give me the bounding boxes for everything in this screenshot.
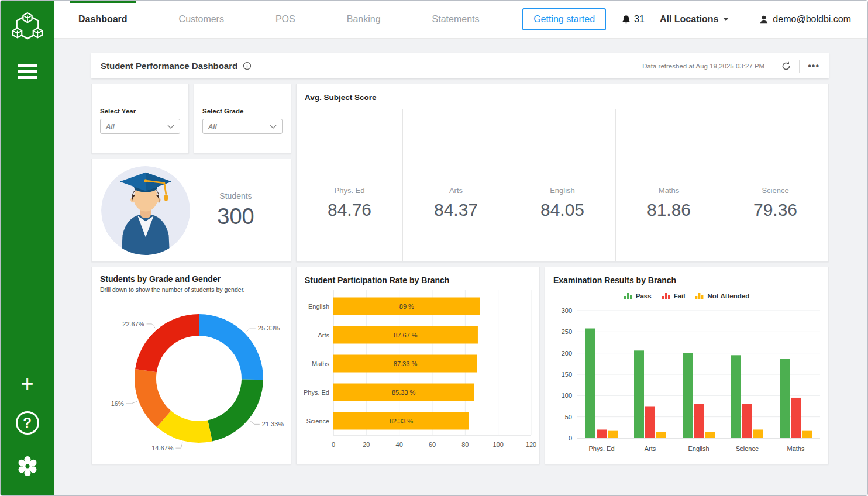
grade-dropdown-value: All <box>208 123 217 130</box>
notification-count: 31 <box>634 14 645 25</box>
refresh-icon[interactable] <box>781 61 791 71</box>
more-options-icon[interactable]: ••• <box>808 61 819 71</box>
info-icon[interactable] <box>243 61 252 70</box>
legend-item[interactable]: Not Attended <box>695 292 749 299</box>
legend-item[interactable]: Fail <box>662 292 686 299</box>
user-menu[interactable]: demo@boldbi.com <box>759 14 851 25</box>
kpi-value: 84.76 <box>328 200 371 220</box>
svg-text:80: 80 <box>461 441 469 448</box>
participation-rate-card: Student Participation Rate by Branch 020… <box>296 267 540 464</box>
svg-text:120: 120 <box>526 441 536 448</box>
location-selector[interactable]: All Locations <box>660 14 729 25</box>
participation-bar-chart[interactable]: 02040608010012089 %English87.67 %Arts87.… <box>297 285 539 461</box>
legend-item[interactable]: Pass <box>624 292 652 299</box>
kpi-label: Phys. Ed <box>334 186 364 195</box>
svg-text:87.67 %: 87.67 % <box>394 332 418 339</box>
kpi-value: 84.37 <box>434 200 478 220</box>
students-by-grade-gender-card: Students by Grade and Gender Drill down … <box>91 267 291 464</box>
year-dropdown-value: All <box>106 123 115 130</box>
examination-results-bar-chart[interactable]: 050100150200250300Phys. EdArtsEnglishSci… <box>545 304 828 464</box>
select-year-label: Select Year <box>100 108 180 115</box>
location-label: All Locations <box>660 14 718 25</box>
chevron-down-icon <box>270 125 277 129</box>
user-icon <box>759 15 769 25</box>
divider <box>773 60 773 73</box>
kpi-value: 81.86 <box>647 200 691 220</box>
kpi-cell-science: Science 79.36 <box>722 109 828 261</box>
svg-text:0: 0 <box>332 441 335 448</box>
tab-pos[interactable]: POS <box>267 1 304 38</box>
svg-text:200: 200 <box>562 350 572 357</box>
divider <box>799 60 800 73</box>
svg-text:21.33%: 21.33% <box>262 421 284 428</box>
examination-results-card: Examination Results by Branch PassFailNo… <box>545 267 829 464</box>
notifications-button[interactable]: 31 <box>621 14 645 25</box>
students-count-card: Students 300 <box>91 159 291 262</box>
app-window: + ? Dashboard Customers POS Ban <box>0 0 868 496</box>
avg-subject-score-card: Avg. Subject Score Phys. Ed 84.76 Arts 8… <box>296 84 829 262</box>
hbar-chart-title: Student Participation Rate by Branch <box>297 275 539 285</box>
tab-customers[interactable]: Customers <box>171 1 232 38</box>
svg-text:Arts: Arts <box>645 445 656 452</box>
svg-text:Maths: Maths <box>312 360 329 367</box>
boldbi-logo-icon <box>12 12 43 45</box>
students-value: 300 <box>217 204 254 229</box>
kpi-cell-maths: Maths 81.86 <box>616 109 722 261</box>
chevron-down-icon <box>167 125 174 129</box>
year-dropdown[interactable]: All <box>100 119 180 134</box>
svg-text:150: 150 <box>562 371 572 378</box>
svg-text:16%: 16% <box>111 400 124 407</box>
donut-chart-title: Students by Grade and Gender <box>100 274 283 284</box>
svg-text:85.33 %: 85.33 % <box>392 389 416 396</box>
chevron-down-icon <box>723 18 729 21</box>
tab-dashboard[interactable]: Dashboard <box>70 1 136 38</box>
settings-icon[interactable] <box>15 453 40 479</box>
kpi-label: Maths <box>659 186 679 195</box>
tab-banking[interactable]: Banking <box>339 1 389 38</box>
svg-text:100: 100 <box>562 392 572 399</box>
svg-text:22.67%: 22.67% <box>122 321 144 328</box>
students-label: Students <box>219 191 252 201</box>
legend-label: Fail <box>674 292 686 299</box>
svg-text:0: 0 <box>569 435 572 442</box>
svg-text:Maths: Maths <box>787 445 805 452</box>
svg-text:87.33 %: 87.33 % <box>394 360 418 367</box>
svg-text:300: 300 <box>562 307 572 314</box>
help-glyph: ? <box>23 415 32 431</box>
filter-year-card: Select Year All <box>91 84 189 154</box>
kpi-value: 79.36 <box>753 200 797 220</box>
sidebar: + ? <box>1 1 54 495</box>
kpi-cell-phys-ed: Phys. Ed 84.76 <box>297 109 403 261</box>
tab-statements[interactable]: Statements <box>424 1 488 38</box>
getting-started-button[interactable]: Getting started <box>522 8 606 30</box>
svg-text:82.33 %: 82.33 % <box>390 418 414 425</box>
svg-text:60: 60 <box>429 441 436 448</box>
grade-gender-donut-chart[interactable]: 25.33%21.33%14.67%16%22.67% <box>100 293 283 457</box>
svg-text:English: English <box>688 445 709 452</box>
svg-text:Phys. Ed: Phys. Ed <box>304 389 329 396</box>
svg-text:40: 40 <box>396 441 403 448</box>
grade-dropdown[interactable]: All <box>202 119 283 134</box>
vbar-chart-title: Examination Results by Branch <box>545 275 828 285</box>
kpi-label: English <box>550 186 575 195</box>
menu-icon[interactable] <box>18 61 37 82</box>
help-icon[interactable]: ? <box>16 411 39 435</box>
kpi-value: 84.05 <box>540 200 584 220</box>
nav-tabs: Dashboard Customers POS Banking Statemen… <box>70 1 488 38</box>
dashboard-content: Student Performance Dashboard Data refre… <box>54 39 868 495</box>
svg-text:Science: Science <box>306 418 329 425</box>
kpi-panel-title: Avg. Subject Score <box>297 84 828 109</box>
svg-text:14.67%: 14.67% <box>151 445 174 452</box>
svg-text:Arts: Arts <box>318 332 329 339</box>
svg-text:50: 50 <box>565 414 572 421</box>
kpi-label: Science <box>762 186 788 195</box>
chart-legend: PassFailNot Attended <box>545 288 828 304</box>
svg-text:100: 100 <box>492 441 503 448</box>
kpi-label: Arts <box>449 186 463 195</box>
add-icon[interactable]: + <box>20 375 33 392</box>
graduate-avatar <box>101 166 190 255</box>
select-grade-label: Select Grade <box>202 108 283 115</box>
bell-icon <box>621 14 631 25</box>
dashboard-banner: Student Performance Dashboard Data refre… <box>91 53 829 78</box>
kpi-cell-english: English 84.05 <box>509 109 616 261</box>
